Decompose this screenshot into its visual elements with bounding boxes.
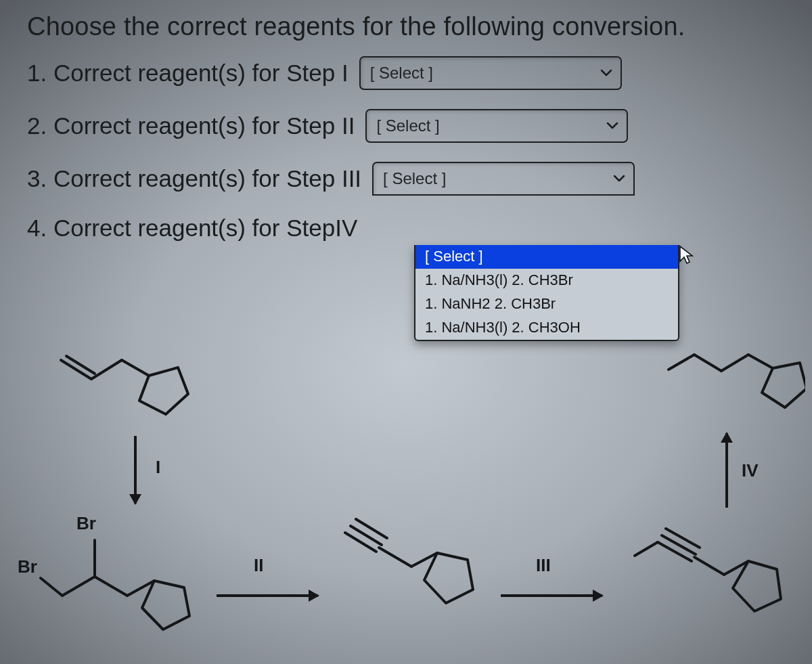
svg-line-14 (379, 548, 411, 567)
svg-line-26 (721, 355, 748, 371)
cursor-icon (678, 245, 696, 268)
svg-line-20 (666, 529, 700, 548)
svg-line-13 (356, 519, 387, 538)
step2-roman: II (254, 555, 263, 576)
step1-label: 1. Correct reagent(s) for Step I (27, 60, 348, 87)
step4-row: 4. Correct reagent(s) for StepIV (27, 215, 792, 242)
chevron-down-icon (613, 175, 625, 183)
structure-alkynyl-cyclopentane (336, 518, 478, 643)
step2-select-value: [ Select ] (376, 116, 439, 135)
dropdown-option-placeholder[interactable]: [ Select ] (415, 245, 678, 269)
dropdown-option-1[interactable]: 1. Na/NH3(l) 2. CH3Br (415, 269, 678, 292)
svg-line-19 (662, 535, 696, 554)
arrow-step3 (501, 594, 602, 597)
svg-line-25 (694, 355, 721, 371)
reaction-scheme: I Br Br II (0, 345, 812, 664)
svg-line-27 (748, 355, 773, 368)
step4-roman: IV (742, 460, 759, 481)
step2-select[interactable]: [ Select ] (365, 109, 628, 143)
step2-label: 2. Correct reagent(s) for Step II (27, 112, 355, 139)
arrow-step4 (725, 433, 728, 508)
step1-roman: I (156, 457, 160, 478)
arrow-step2 (217, 594, 318, 597)
step3-roman: III (536, 555, 551, 576)
svg-line-11 (345, 533, 376, 552)
step3-label: 3. Correct reagent(s) for Step III (27, 165, 361, 192)
svg-line-18 (658, 542, 692, 561)
dropdown-option-3[interactable]: 1. Na/NH3(l) 2. CH3OH (415, 316, 678, 340)
svg-marker-16 (424, 553, 473, 603)
step1-select-value: [ Select ] (370, 64, 433, 83)
step3-select[interactable]: [ Select ] (372, 162, 635, 196)
question-heading: Choose the correct reagents for the foll… (27, 12, 792, 41)
chevron-down-icon (606, 122, 618, 130)
svg-line-2 (91, 360, 122, 379)
step2-row: 2. Correct reagent(s) for Step II [ Sele… (27, 109, 792, 143)
structure-dibromo-cyclopentane (27, 528, 203, 643)
svg-line-6 (62, 577, 95, 596)
step3-select-value: [ Select ] (383, 169, 446, 188)
svg-line-3 (122, 360, 149, 376)
svg-marker-10 (142, 581, 189, 629)
svg-line-7 (41, 578, 62, 596)
step1-select[interactable]: [ Select ] (359, 56, 622, 90)
svg-line-8 (95, 577, 127, 596)
svg-marker-28 (762, 363, 805, 407)
step1-row: 1. Correct reagent(s) for Step I [ Selec… (27, 56, 792, 90)
step4-label: 4. Correct reagent(s) for StepIV (27, 215, 357, 242)
chevron-down-icon (600, 69, 612, 77)
dropdown-option-2[interactable]: 1. NaNH2 2. CH3Br (415, 292, 678, 316)
structure-product-methyl-vinyl-cyclopentane (663, 338, 805, 420)
structure-vinyl-methyl-cyclopentane (54, 345, 189, 420)
svg-line-21 (694, 557, 724, 575)
svg-marker-23 (733, 561, 781, 611)
svg-line-24 (669, 355, 694, 370)
structure-methyl-alkynyl-cyclopentane (629, 518, 785, 646)
question-page: Choose the correct reagents for the foll… (0, 0, 812, 664)
arrow-step1 (134, 436, 137, 504)
step3-dropdown-listbox[interactable]: [ Select ] 1. Na/NH3(l) 2. CH3Br 1. NaNH… (414, 245, 679, 341)
svg-line-17 (635, 542, 658, 556)
svg-line-12 (351, 526, 382, 545)
step3-row: 3. Correct reagent(s) for Step III [ Sel… (27, 162, 792, 196)
